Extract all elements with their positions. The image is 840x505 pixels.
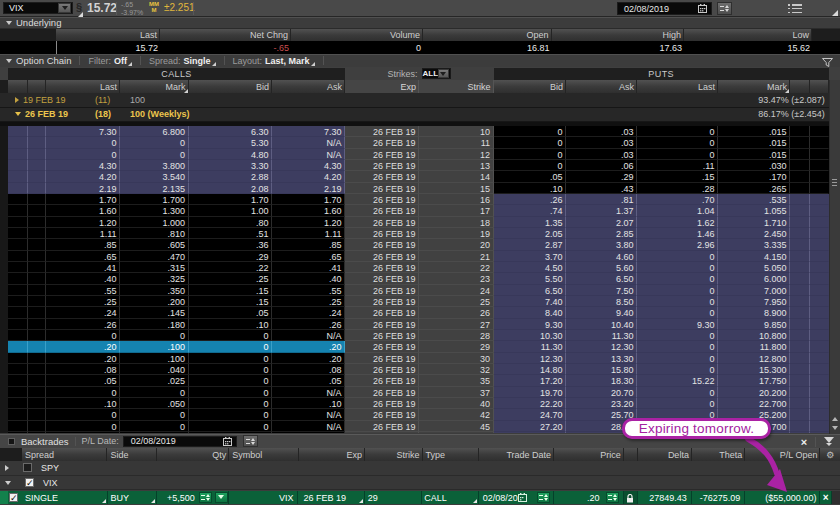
symbol-input[interactable]: VIX bbox=[3, 2, 73, 14]
option-row[interactable]: .26.180.10.2626 FEB 19279.3010.409.309.8… bbox=[0, 319, 829, 330]
call-mark[interactable]: .100 bbox=[120, 353, 189, 364]
put-bid[interactable]: 4.50 bbox=[494, 262, 567, 273]
put-ask[interactable]: .81 bbox=[566, 194, 637, 205]
trade-date-step-button[interactable] bbox=[537, 492, 550, 503]
call-mark[interactable]: .605 bbox=[120, 239, 189, 250]
put-bid[interactable]: 5.50 bbox=[494, 273, 567, 284]
scrollbar-grip-icon[interactable] bbox=[832, 179, 837, 180]
put-last[interactable]: .28 bbox=[637, 183, 718, 194]
call-ask[interactable]: .26 bbox=[272, 319, 345, 330]
put-bid[interactable]: 3.70 bbox=[494, 251, 567, 262]
put-last[interactable]: 0 bbox=[637, 307, 718, 318]
put-last[interactable]: 0 bbox=[637, 149, 718, 160]
call-last[interactable]: .25 bbox=[46, 296, 120, 307]
call-last[interactable]: .05 bbox=[46, 375, 120, 386]
backtrades-column-header[interactable]: P/L Open bbox=[745, 448, 820, 462]
put-last[interactable]: 0 bbox=[637, 364, 718, 375]
collapse-arrow-icon[interactable] bbox=[15, 112, 21, 116]
option-row[interactable]: .24.145.05.2426 FEB 19268.409.4008.900 bbox=[0, 307, 829, 318]
call-last[interactable]: 0 bbox=[46, 137, 120, 148]
quantity-dropdown-button[interactable] bbox=[215, 492, 228, 503]
put-ask[interactable]: 4.60 bbox=[566, 251, 637, 262]
put-last[interactable]: 0 bbox=[637, 398, 718, 409]
put-ask[interactable]: 10.40 bbox=[566, 319, 637, 330]
chain-scrollbar[interactable] bbox=[829, 80, 840, 434]
underlying-column-header[interactable]: High bbox=[552, 29, 685, 41]
put-bid[interactable]: 8.40 bbox=[494, 307, 567, 318]
underlying-column-header[interactable]: Low bbox=[684, 29, 812, 41]
call-mark[interactable]: .810 bbox=[120, 228, 189, 239]
put-last[interactable]: 15.22 bbox=[637, 375, 718, 386]
call-ask[interactable]: N/A bbox=[272, 149, 345, 160]
call-mark[interactable]: .100 bbox=[120, 341, 189, 352]
collapse-panel-button[interactable] bbox=[822, 437, 835, 447]
call-mark[interactable]: 2.135 bbox=[120, 183, 189, 194]
side-cell[interactable]: BUY bbox=[108, 491, 158, 505]
put-last[interactable]: 1.46 bbox=[637, 228, 718, 239]
filter-menu[interactable]: Filter: Off bbox=[88, 56, 132, 66]
chain-column-header[interactable]: Mark bbox=[718, 80, 790, 93]
option-row[interactable]: .65.470.29.6526 FEB 19213.704.6004.150 bbox=[0, 251, 829, 262]
put-ask[interactable]: .03 bbox=[566, 149, 637, 160]
call-mark[interactable]: .325 bbox=[120, 273, 189, 284]
underlying-column-header[interactable]: Last bbox=[56, 29, 160, 41]
strike-cell[interactable]: 29 bbox=[365, 491, 423, 505]
put-mark[interactable]: 20.200 bbox=[718, 387, 790, 398]
option-row[interactable]: 000N/A26 FEB 192810.3011.30010.800 bbox=[0, 330, 829, 341]
put-bid[interactable]: 24.70 bbox=[494, 409, 567, 420]
call-ask[interactable]: .10 bbox=[272, 398, 345, 409]
underlying-section-bar[interactable]: Underlying bbox=[0, 17, 840, 30]
call-bid[interactable]: 0 bbox=[189, 375, 273, 386]
put-mark[interactable]: 2.450 bbox=[718, 228, 790, 239]
put-mark[interactable]: 7.950 bbox=[718, 296, 790, 307]
call-ask[interactable]: N/A bbox=[272, 421, 345, 432]
put-ask[interactable]: 15.80 bbox=[566, 364, 637, 375]
put-ask[interactable]: .03 bbox=[566, 126, 637, 137]
call-last[interactable]: 1.60 bbox=[46, 205, 120, 216]
chain-column-header[interactable]: Bid bbox=[189, 80, 273, 93]
option-row[interactable]: 005.30N/A26 FEB 19110.030.015 bbox=[0, 137, 829, 148]
option-row[interactable]: 004.80N/A26 FEB 19120.030.015 bbox=[0, 149, 829, 160]
put-ask[interactable]: 20.70 bbox=[566, 387, 637, 398]
put-ask[interactable]: 12.30 bbox=[566, 341, 637, 352]
put-mark[interactable]: .265 bbox=[718, 183, 790, 194]
call-bid[interactable]: .36 bbox=[189, 239, 273, 250]
put-mark[interactable]: .015 bbox=[718, 149, 790, 160]
spread-menu[interactable]: Spread: Single bbox=[149, 56, 216, 66]
chain-column-header[interactable]: Ask bbox=[566, 80, 637, 93]
expiration-group-row[interactable]: 26 FEB 19 (18) 100 (Weeklys) 86.17% (±2.… bbox=[0, 108, 829, 123]
call-ask[interactable]: 1.60 bbox=[272, 205, 345, 216]
option-row[interactable]: 1.11.810.511.1126 FEB 19192.052.851.462.… bbox=[0, 228, 829, 239]
theta-cell[interactable]: -76275.09 bbox=[692, 491, 746, 505]
put-bid[interactable]: 10.30 bbox=[494, 330, 567, 341]
put-bid[interactable]: 7.40 bbox=[494, 296, 567, 307]
put-bid[interactable]: 6.50 bbox=[494, 285, 567, 296]
put-last[interactable]: 0 bbox=[637, 341, 718, 352]
lock-cell[interactable] bbox=[624, 491, 639, 505]
call-last[interactable]: .85 bbox=[46, 239, 120, 250]
call-mark[interactable]: .350 bbox=[120, 285, 189, 296]
put-mark[interactable]: .535 bbox=[718, 194, 790, 205]
expiration-group-row[interactable]: 19 FEB 19 (11) 100 93.47% (±2.087) bbox=[0, 93, 829, 108]
call-last[interactable]: .40 bbox=[46, 273, 120, 284]
chain-column-header[interactable]: Last bbox=[46, 80, 120, 93]
call-mark[interactable]: 1.300 bbox=[120, 205, 189, 216]
put-bid[interactable]: 11.30 bbox=[494, 341, 567, 352]
call-ask[interactable]: .05 bbox=[272, 375, 345, 386]
call-mark[interactable]: 0 bbox=[120, 421, 189, 432]
quantity-step-button[interactable] bbox=[199, 492, 212, 503]
call-ask[interactable]: .55 bbox=[272, 285, 345, 296]
call-last[interactable]: .20 bbox=[46, 341, 120, 352]
put-bid[interactable]: 0 bbox=[494, 137, 567, 148]
option-row[interactable]: 4.303.8003.304.3026 FEB 19130.06.11.030 bbox=[0, 160, 829, 171]
call-bid[interactable]: 6.30 bbox=[189, 126, 273, 137]
put-mark[interactable]: 17.750 bbox=[718, 375, 790, 386]
put-ask[interactable]: 6.50 bbox=[566, 273, 637, 284]
call-ask[interactable]: .40 bbox=[272, 273, 345, 284]
call-bid[interactable]: 0 bbox=[189, 364, 273, 375]
put-bid[interactable]: .74 bbox=[494, 205, 567, 216]
chain-column-header[interactable]: Strike bbox=[419, 80, 494, 93]
call-mark[interactable]: 0 bbox=[120, 137, 189, 148]
call-bid[interactable]: 0 bbox=[189, 353, 273, 364]
collapse-arrow-icon[interactable] bbox=[5, 481, 11, 485]
